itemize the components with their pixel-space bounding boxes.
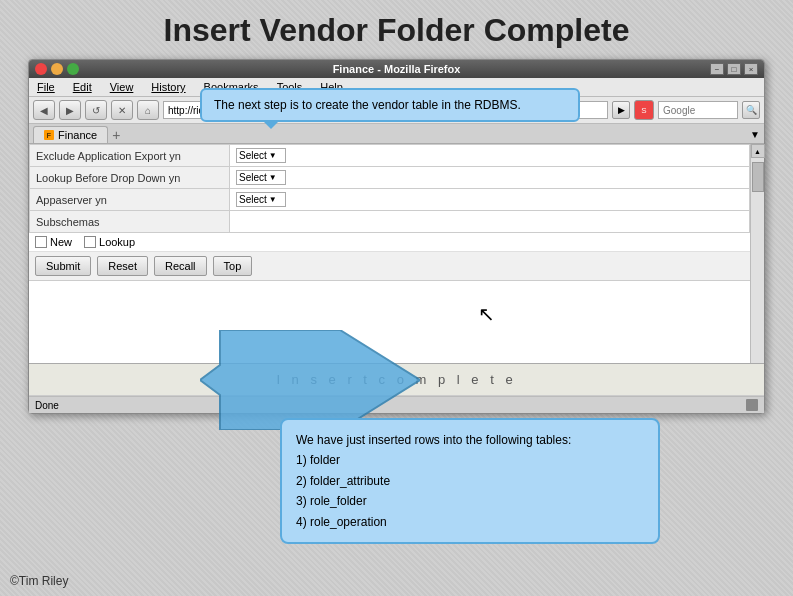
stop-button[interactable]: ✕ bbox=[111, 100, 133, 120]
go-button[interactable]: ▶ bbox=[612, 101, 630, 119]
scroll-up-button[interactable]: ▲ bbox=[751, 144, 765, 158]
insert-line-5: 4) role_operation bbox=[296, 512, 644, 532]
row-value-2: Select ▼ bbox=[230, 189, 750, 211]
row-value-1: Select ▼ bbox=[230, 167, 750, 189]
insert-complete-label: I n s e r t c o m p l e t e bbox=[276, 372, 516, 387]
step-tooltip: The next step is to create the vendor ta… bbox=[200, 88, 580, 122]
tab-dropdown-button[interactable]: ▼ bbox=[750, 129, 760, 140]
insert-line-1: We have just inserted rows into the foll… bbox=[296, 430, 644, 450]
window-controls[interactable]: − □ × bbox=[710, 63, 758, 75]
form-table: Exclude Application Export yn Select ▼ L… bbox=[29, 144, 750, 233]
table-row: Exclude Application Export yn Select ▼ bbox=[30, 145, 750, 167]
footer: ©Tim Riley bbox=[10, 574, 68, 588]
insert-line-2: 1) folder bbox=[296, 450, 644, 470]
search-engine-icon: S bbox=[634, 100, 654, 120]
row-label-0: Exclude Application Export yn bbox=[30, 145, 230, 167]
select-dropdown-1[interactable]: Select ▼ bbox=[236, 170, 286, 185]
insert-tooltip: We have just inserted rows into the foll… bbox=[280, 418, 660, 544]
tab-favicon: F bbox=[44, 130, 54, 140]
select-dropdown-2[interactable]: Select ▼ bbox=[236, 192, 286, 207]
insert-line-4: 3) role_folder bbox=[296, 491, 644, 511]
checkbox-lookup-input[interactable] bbox=[84, 236, 96, 248]
title-bar: Finance - Mozilla Firefox − □ × bbox=[29, 60, 764, 78]
status-text: Done bbox=[35, 400, 59, 411]
lock-icon bbox=[746, 399, 758, 411]
home-button[interactable]: ⌂ bbox=[137, 100, 159, 120]
checkbox-new[interactable]: New bbox=[35, 236, 72, 248]
table-row: Lookup Before Drop Down yn Select ▼ bbox=[30, 167, 750, 189]
finance-tab[interactable]: F Finance bbox=[33, 126, 108, 143]
dropdown-arrow-2: ▼ bbox=[269, 195, 277, 204]
row-value-0: Select ▼ bbox=[230, 145, 750, 167]
tab-label: Finance bbox=[58, 129, 97, 141]
checkbox-lookup[interactable]: Lookup bbox=[84, 236, 135, 248]
minimize-button[interactable]: − bbox=[710, 63, 724, 75]
menu-file[interactable]: File bbox=[33, 80, 59, 94]
select-dropdown-0[interactable]: Select ▼ bbox=[236, 148, 286, 163]
checkbox-row: New Lookup bbox=[29, 233, 750, 252]
close-button[interactable]: × bbox=[744, 63, 758, 75]
scrollbar[interactable]: ▲ bbox=[750, 144, 764, 363]
menu-view[interactable]: View bbox=[106, 80, 138, 94]
tab-bar: F Finance + ▼ bbox=[29, 124, 764, 144]
row-label-1: Lookup Before Drop Down yn bbox=[30, 167, 230, 189]
dropdown-arrow-1: ▼ bbox=[269, 173, 277, 182]
table-row: Subschemas bbox=[30, 211, 750, 233]
table-row: Appaserver yn Select ▼ bbox=[30, 189, 750, 211]
search-input[interactable] bbox=[658, 101, 738, 119]
traffic-light-red bbox=[35, 63, 47, 75]
page-title: Insert Vendor Folder Complete bbox=[0, 0, 793, 59]
row-label-3: Subschemas bbox=[30, 211, 230, 233]
reload-button[interactable]: ↺ bbox=[85, 100, 107, 120]
maximize-button[interactable]: □ bbox=[727, 63, 741, 75]
back-button[interactable]: ◀ bbox=[33, 100, 55, 120]
checkbox-lookup-label: Lookup bbox=[99, 236, 135, 248]
menu-edit[interactable]: Edit bbox=[69, 80, 96, 94]
search-go-button[interactable]: 🔍 bbox=[742, 101, 760, 119]
content-area: Exclude Application Export yn Select ▼ L… bbox=[29, 144, 764, 364]
dropdown-arrow-0: ▼ bbox=[269, 151, 277, 160]
buttons-row: Submit Reset Recall Top bbox=[29, 252, 750, 281]
forward-button[interactable]: ▶ bbox=[59, 100, 81, 120]
insert-complete-area: I n s e r t c o m p l e t e bbox=[29, 364, 764, 396]
row-value-3 bbox=[230, 211, 750, 233]
traffic-light-yellow bbox=[51, 63, 63, 75]
menu-history[interactable]: History bbox=[147, 80, 189, 94]
reset-button[interactable]: Reset bbox=[97, 256, 148, 276]
scroll-thumb[interactable] bbox=[752, 162, 764, 192]
new-tab-button[interactable]: + bbox=[112, 127, 120, 143]
checkbox-new-label: New bbox=[50, 236, 72, 248]
checkbox-new-input[interactable] bbox=[35, 236, 47, 248]
status-bar: Done bbox=[29, 396, 764, 413]
traffic-light-green bbox=[67, 63, 79, 75]
insert-line-3: 2) folder_attribute bbox=[296, 471, 644, 491]
row-label-2: Appaserver yn bbox=[30, 189, 230, 211]
browser-title: Finance - Mozilla Firefox bbox=[83, 63, 710, 75]
recall-button[interactable]: Recall bbox=[154, 256, 207, 276]
step-tooltip-text: The next step is to create the vendor ta… bbox=[214, 98, 521, 112]
top-button[interactable]: Top bbox=[213, 256, 253, 276]
submit-button[interactable]: Submit bbox=[35, 256, 91, 276]
